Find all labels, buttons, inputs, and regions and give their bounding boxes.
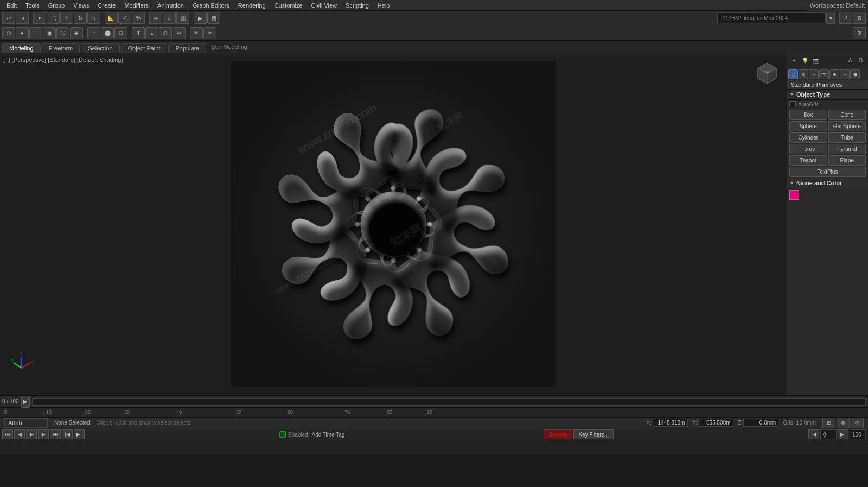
timeline-bar[interactable] [32,398,866,406]
viewport[interactable]: [+] [Perspective] [Standard] [Default Sh… [0,53,787,395]
path-browse-button[interactable]: ▾ [826,12,835,24]
rotate-button[interactable]: ↻ [74,12,87,24]
nav-cube[interactable]: TOP [752,58,782,87]
obj-tab-systems[interactable]: ⬟ [850,69,860,79]
enabled-checkbox[interactable] [279,431,286,438]
render-frame-button[interactable]: 🖼 [207,12,220,24]
extrude-btn[interactable]: ⬆ [132,27,145,39]
bevel-btn[interactable]: ⟁ [145,27,158,39]
paint-deform-btn[interactable]: ✏ [190,27,203,39]
mirror-button[interactable]: ⇔ [149,12,162,24]
menu-group[interactable]: Group [44,0,69,10]
menu-customize[interactable]: Customize [270,0,307,10]
autogrid-checkbox[interactable] [789,101,796,107]
menu-help[interactable]: Help [373,0,394,10]
polygon-btn[interactable]: ⬡ [56,27,69,39]
help-button[interactable]: ? [839,12,852,24]
loop-btn[interactable]: ∞ [173,27,186,39]
obj-tab-spacewarp[interactable]: 〜 [840,69,850,79]
attrib-button[interactable]: Attrib [4,418,48,428]
scale-button[interactable]: ⤡ [87,12,100,24]
render-button[interactable]: ▶ [194,12,207,24]
menu-scripting[interactable]: Scripting [341,0,373,10]
menu-rendering[interactable]: Rendering [234,0,270,10]
end-time-button[interactable]: ▶| [838,429,848,439]
next-frame-button[interactable]: ▶ [38,429,49,439]
panel-icon-camera[interactable]: 📷 [811,56,821,66]
face-btn[interactable]: ▣ [43,27,56,39]
relax-btn[interactable]: ≈ [203,27,216,39]
textplus-button[interactable]: TextPlus [789,167,866,177]
panel-icon-light[interactable]: 💡 [800,56,810,66]
tab-freeform[interactable]: Freeform [42,43,80,53]
tab-selection[interactable]: Selection [81,43,119,53]
sphere-btn2[interactable]: ○ [87,27,100,39]
menu-create[interactable]: Create [93,0,120,10]
select-button[interactable]: ✦ [33,12,46,24]
geosphere-button[interactable]: GeoSphere [828,121,866,131]
menu-civil-view[interactable]: Civil View [307,0,341,10]
box-btn2[interactable]: □ [114,27,127,39]
go-end-button[interactable]: ⏭ [50,429,61,439]
toolbar2-help[interactable]: ⊕ [853,27,866,39]
set-key-button[interactable]: Set Key [544,429,572,439]
timeline-expand-btn[interactable]: ▶ [21,396,30,408]
settings-button[interactable]: ⚙ [853,12,866,24]
create-shape-btn[interactable]: ◎ [2,27,15,39]
tab-object-paint[interactable]: Object Paint [121,43,168,53]
start-time-button[interactable]: |◀ [808,429,819,439]
undo-button[interactable]: ↩ [2,12,15,24]
play-button[interactable]: ▶ [26,429,37,439]
pyramid-button[interactable]: Pyramid [828,144,866,154]
coord-z-value[interactable]: 0.0mm [743,419,778,427]
redo-button[interactable]: ↪ [16,12,29,24]
prev-frame-button[interactable]: ◀ [14,429,25,439]
element-btn[interactable]: ◈ [70,27,83,39]
obj-tab-camera[interactable]: 📷 [819,69,829,79]
plane-button[interactable]: Plane [828,155,866,166]
edge-btn[interactable]: ─ [29,27,42,39]
color-swatch[interactable] [789,190,799,200]
coord-y-value[interactable]: -855.508m [698,419,733,427]
teapot-button[interactable]: Teapot [789,155,827,166]
panel-icon-b[interactable]: B [856,56,866,66]
layer-button[interactable]: ▥ [176,12,189,24]
name-color-section-header[interactable]: ▼ Name and Color [787,178,868,188]
cone-button[interactable]: Cone [828,110,866,120]
key-filters-button[interactable]: Key Filters... [573,429,614,439]
status-icon-2[interactable]: ⊕ [837,417,850,429]
tab-modeling[interactable]: Modeling [2,43,41,53]
angle-snap-button[interactable]: ∠ [118,12,131,24]
chamfer-btn[interactable]: ◇ [159,27,172,39]
panel-icon-a[interactable]: A [845,56,855,66]
sphere-button[interactable]: Sphere [789,121,827,131]
obj-tab-lights[interactable]: ☀ [809,69,819,79]
go-start-button[interactable]: ⏮ [2,429,13,439]
vertex-btn[interactable]: ● [16,27,29,39]
menu-tools[interactable]: Tools [21,0,44,10]
menu-animation[interactable]: Animation [153,0,188,10]
menu-views[interactable]: Views [69,0,93,10]
obj-tab-helpers[interactable]: ✚ [829,69,839,79]
cylinder-btn2[interactable]: ⬤ [101,27,114,39]
torus-button[interactable]: Torus [789,144,827,154]
right-panel-content[interactable]: ⬡ ⊙ ☀ 📷 ✚ 〜 ⬟ Standard Primitives ▼ Obje… [787,68,868,395]
object-type-section-header[interactable]: ▼ Object Type [787,90,868,100]
align-button[interactable]: ≡ [163,12,176,24]
current-time-display[interactable]: 0 [820,429,837,439]
prev-key-button[interactable]: |◀ [62,429,73,439]
end-time-display[interactable]: 100 [850,429,866,439]
menu-edit[interactable]: Edit [2,0,21,10]
status-icon-3[interactable]: ◎ [851,417,864,429]
menu-modifiers[interactable]: Modifiers [120,0,153,10]
percent-snap-button[interactable]: % [132,12,145,24]
obj-tab-shapes[interactable]: ⊙ [799,69,808,79]
coord-x-value[interactable]: 1445.813m [653,419,688,427]
menu-graph-editors[interactable]: Graph Editors [188,0,234,10]
snap-button[interactable]: 📐 [105,12,118,24]
box-button[interactable]: Box [789,110,827,120]
obj-tab-geometry[interactable]: ⬡ [788,69,798,79]
select-region-button[interactable]: ⬚ [47,12,60,24]
timeline-ruler[interactable]: 0 10 20 30 40 50 60 70 80 90 [0,408,868,418]
cylinder-button[interactable]: Cylinder [789,132,827,143]
